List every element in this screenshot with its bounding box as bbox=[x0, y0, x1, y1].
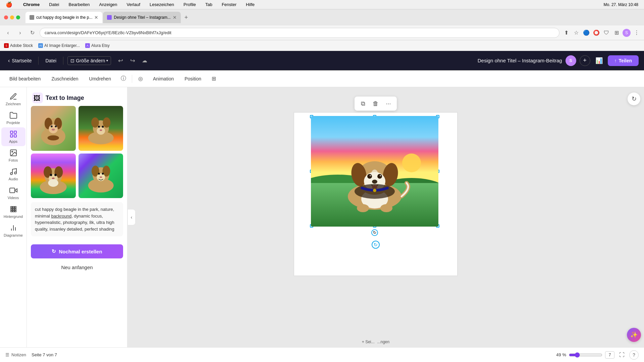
forward-button[interactable]: › bbox=[15, 28, 25, 38]
redo-button[interactable]: ↪ bbox=[127, 55, 138, 66]
notes-button[interactable]: ☰ Notizen bbox=[5, 352, 26, 357]
bookmark-icon[interactable]: ☆ bbox=[572, 29, 580, 37]
sidebar-item-videos[interactable]: Videos bbox=[1, 184, 25, 202]
home-label: Startseite bbox=[12, 58, 32, 63]
tab-title-1: cut happy dog beagle in the p... bbox=[36, 15, 92, 20]
position-button[interactable]: Position bbox=[180, 74, 205, 83]
add-page-label[interactable]: + Sei... bbox=[362, 340, 375, 344]
apple-menu[interactable]: 🍎 bbox=[4, 1, 14, 8]
resize-label: Größe ändern bbox=[76, 58, 105, 63]
menu-chrome[interactable]: Chrome bbox=[21, 1, 41, 8]
traffic-lights bbox=[4, 15, 20, 19]
address-bar[interactable]: canva.com/design/DAFeYO6yqYE/8Ez8c-VZbyv… bbox=[40, 28, 559, 38]
resize-button[interactable]: ⊡ Größe ändern ▾ bbox=[67, 56, 111, 65]
svg-point-60 bbox=[367, 174, 372, 179]
animation-button[interactable]: Animation bbox=[149, 74, 178, 83]
back-button[interactable]: ‹ bbox=[3, 28, 13, 38]
copy-element-button[interactable]: ⧉ bbox=[357, 98, 369, 109]
prompt-textarea[interactable]: cut happy dog beagle in the park, nature… bbox=[31, 202, 123, 236]
tab-2[interactable]: Design ohne Titel – Instagram... ✕ bbox=[103, 12, 180, 23]
generated-image-1[interactable] bbox=[31, 106, 76, 151]
generated-image-4[interactable] bbox=[78, 154, 123, 198]
edit-image-button[interactable]: Bild bearbeiten bbox=[5, 74, 45, 83]
zoom-slider[interactable] bbox=[569, 352, 602, 358]
bottom-bar: ☰ Notizen Seite 7 von 7 49 % 7 ⛶ ? bbox=[0, 347, 644, 362]
rotate-handle[interactable]: ↻ bbox=[371, 229, 378, 236]
menu-datei[interactable]: Datei bbox=[47, 1, 61, 8]
sidebar-item-audio[interactable]: Audio bbox=[1, 165, 25, 184]
minimize-window-button[interactable] bbox=[10, 15, 14, 19]
prompt-text-content: cut happy dog beagle in the park, nature… bbox=[35, 207, 114, 232]
profile-icon[interactable]: S bbox=[623, 29, 631, 37]
sidebar-item-apps[interactable]: Apps bbox=[1, 127, 25, 146]
generated-image-3[interactable] bbox=[31, 154, 76, 198]
bookmark-adobe[interactable]: S Adobe Stock bbox=[4, 43, 33, 48]
more-options-button[interactable]: ··· bbox=[383, 98, 394, 109]
menu-anzeigen[interactable]: Anzeigen bbox=[97, 1, 119, 8]
undo-button[interactable]: ↩ bbox=[115, 55, 126, 66]
user-avatar[interactable]: S bbox=[566, 55, 576, 66]
menu-bearbeiten[interactable]: Bearbeiten bbox=[67, 1, 91, 8]
crop-button[interactable]: Zuschneiden bbox=[47, 74, 82, 83]
more-button[interactable]: ⋮ bbox=[633, 29, 641, 37]
regenerate-label: Nochmal erstellen bbox=[59, 249, 102, 254]
expand-button[interactable]: ⛶ bbox=[617, 350, 627, 360]
back-arrow-icon: ‹ bbox=[8, 58, 10, 64]
extension-icon-3[interactable]: 🛡 bbox=[602, 29, 610, 37]
reload-button[interactable]: ↻ bbox=[28, 28, 37, 38]
sidebar-item-fotos[interactable]: Fotos bbox=[1, 146, 25, 165]
delete-element-button[interactable]: 🗑 bbox=[370, 98, 381, 109]
tab-1[interactable]: cut happy dog beagle in the p... ✕ bbox=[25, 12, 102, 23]
bookmark-ai[interactable]: AI AI Image Enlarger... bbox=[38, 43, 80, 48]
extension-icon-2[interactable]: ⭕ bbox=[592, 29, 600, 37]
menu-hilfe[interactable]: Hilfe bbox=[244, 1, 256, 8]
tab-close-2[interactable]: ✕ bbox=[173, 15, 177, 20]
svg-rect-3 bbox=[14, 135, 16, 137]
analytics-button[interactable]: 📊 bbox=[594, 55, 604, 66]
sidebar-item-hintergrund[interactable]: Hintergrund bbox=[1, 202, 25, 221]
share-label: Teilen bbox=[619, 58, 632, 63]
extension-icon-1[interactable]: 🔵 bbox=[582, 29, 590, 37]
menu-profile[interactable]: Profile bbox=[182, 1, 198, 8]
file-button[interactable]: Datei bbox=[43, 57, 59, 65]
maximize-window-button[interactable] bbox=[16, 15, 20, 19]
home-button[interactable]: ‹ Startseite bbox=[5, 56, 34, 65]
ai-magic-button[interactable]: ✨ bbox=[627, 328, 641, 342]
resize-icon: ⊡ bbox=[70, 58, 74, 63]
sidebar-item-projekte[interactable]: Projekte bbox=[1, 109, 25, 127]
help-button[interactable]: ? bbox=[629, 350, 639, 360]
bookmark-alura[interactable]: A Alura Etsy bbox=[85, 43, 110, 48]
rotate-icon[interactable]: ↻ bbox=[372, 241, 380, 249]
text-to-image-icon: 🖼 bbox=[32, 93, 43, 103]
regenerate-button[interactable]: ↻ Nochmal erstellen bbox=[31, 244, 123, 258]
grid-view-icon[interactable]: ⊞ bbox=[208, 73, 219, 84]
browser-titlebar: cut happy dog beagle in the p... ✕ Desig… bbox=[0, 9, 644, 25]
add-collaborator-button[interactable]: + bbox=[580, 55, 590, 66]
generated-image-2[interactable] bbox=[78, 106, 123, 151]
sidebar-item-diagramme[interactable]: Diagramme bbox=[1, 221, 25, 240]
tab-close-1[interactable]: ✕ bbox=[94, 15, 98, 20]
extension-icon-4[interactable]: ⊞ bbox=[612, 29, 621, 37]
info-button[interactable]: ⓘ bbox=[118, 73, 129, 84]
close-window-button[interactable] bbox=[4, 15, 8, 19]
sidebar-label-audio: Audio bbox=[8, 177, 18, 181]
menu-lesezeichen[interactable]: Lesezeichen bbox=[148, 1, 176, 8]
flip-button[interactable]: Umdrehen bbox=[85, 74, 115, 83]
menubar-time: Mo. 27. März 10:48 bbox=[602, 2, 640, 8]
menu-fenster[interactable]: Fenster bbox=[220, 1, 238, 8]
canvas-image-element[interactable]: ↻ bbox=[311, 116, 438, 227]
bookmark-alura-label: Alura Etsy bbox=[91, 43, 110, 48]
share-icon[interactable]: ⬆ bbox=[562, 29, 570, 37]
tab-bar: cut happy dog beagle in the p... ✕ Desig… bbox=[25, 12, 640, 23]
canvas-refresh-button[interactable]: ↻ bbox=[628, 93, 640, 105]
svg-point-22 bbox=[52, 129, 55, 131]
new-button[interactable]: Neu anfangen bbox=[31, 261, 123, 274]
menu-tab[interactable]: Tab bbox=[204, 1, 214, 8]
share-button[interactable]: ↑ Teilen bbox=[608, 55, 639, 66]
sidebar-item-zeichnen[interactable]: Zeichnen bbox=[1, 90, 25, 109]
collapse-panel-button[interactable]: ‹ bbox=[127, 209, 136, 225]
save-status-icon: ☁ bbox=[139, 55, 150, 66]
menu-verlauf[interactable]: Verlauf bbox=[125, 1, 142, 8]
svg-point-69 bbox=[371, 170, 378, 178]
new-tab-button[interactable]: + bbox=[181, 13, 191, 22]
